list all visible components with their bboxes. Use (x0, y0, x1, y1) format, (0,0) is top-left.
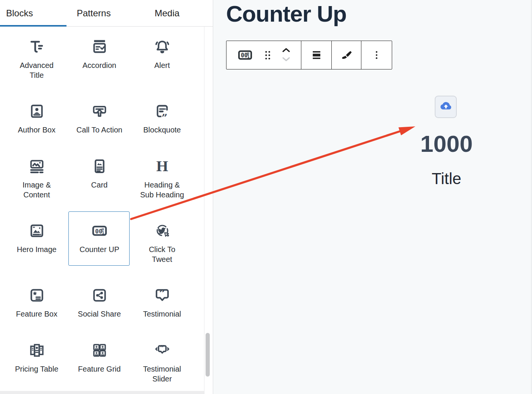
card-icon (91, 158, 108, 175)
testimonial-slider-icon: ” (154, 342, 171, 359)
block-item-label: Hero Image (17, 244, 57, 254)
counter-block-icon[interactable]: 00u1 (237, 47, 253, 63)
block-item-click-to-tweet[interactable]: Click To Tweet (131, 216, 193, 281)
blockquote-icon: „ (154, 102, 171, 120)
block-item-label: Pricing Table (15, 364, 58, 374)
author-box-icon (28, 102, 46, 120)
pricing-table-icon (28, 342, 46, 359)
block-item-alert[interactable]: Alert (131, 32, 193, 97)
move-up-icon[interactable] (282, 47, 291, 54)
block-item-accordion[interactable]: Accordion (68, 32, 131, 97)
active-tab-underline (0, 25, 66, 27)
click-to-tweet-icon (154, 222, 171, 240)
page-title: Counter Up (226, 2, 347, 27)
call-to-action-icon (91, 102, 108, 120)
block-item-testimonial-slider[interactable]: ” Testimonial Slider (131, 336, 193, 394)
block-mover (282, 47, 291, 63)
block-item-heading-subheading[interactable]: H Heading & Sub Heading (131, 152, 193, 216)
svg-text:„: „ (162, 106, 167, 118)
block-item-social-share[interactable]: Social Share (68, 281, 131, 336)
selected-block-outline (68, 211, 130, 266)
options-menu-icon[interactable] (371, 49, 382, 61)
drag-handle-icon[interactable] (264, 50, 271, 60)
app-window: Blocks Patterns Media Advanced Title Acc… (0, 0, 532, 394)
block-inserter-panel: Blocks Patterns Media Advanced Title Acc… (0, 0, 213, 394)
toolbar-group-main: 00u1 (226, 41, 301, 69)
block-item-pricing-table[interactable]: Pricing Table (5, 336, 68, 394)
svg-text:H: H (156, 158, 168, 175)
svg-text:”: ” (159, 287, 165, 300)
image-content-icon (28, 158, 46, 175)
block-toolbar: 00u1 (226, 41, 392, 69)
toolbar-group-align (301, 41, 332, 69)
block-item-label: Advanced Title (20, 60, 54, 80)
block-item-hero-image[interactable]: Hero Image (5, 216, 68, 281)
block-item-label: Accordion (82, 60, 116, 70)
counter-number-text[interactable]: 1000 (390, 132, 504, 156)
advanced-title-icon (28, 38, 46, 55)
block-item-feature-grid[interactable]: Feature Grid (68, 336, 131, 394)
block-item-label: Feature Box (16, 309, 57, 319)
svg-text:1: 1 (247, 54, 250, 59)
block-item-label: Testimonial (143, 309, 181, 319)
feature-box-icon (28, 287, 46, 304)
block-item-testimonial[interactable]: ” Testimonial (131, 281, 193, 336)
heading-icon: H (154, 158, 171, 175)
block-item-author-box[interactable]: Author Box (5, 97, 68, 152)
inserter-tab-bar: Blocks Patterns Media (0, 0, 213, 27)
feature-grid-icon (91, 342, 108, 359)
counter-title-text[interactable]: Title (390, 171, 504, 187)
paintbrush-icon[interactable] (340, 48, 353, 62)
editor-canvas: Counter Up 00u1 (213, 0, 532, 394)
tab-blocks[interactable]: Blocks (6, 0, 33, 26)
block-item-label: Heading & Sub Heading (140, 180, 184, 200)
block-item-call-to-action[interactable]: Call To Action (68, 97, 131, 152)
block-item-image-content[interactable]: Image & Content (5, 152, 68, 216)
testimonial-icon: ” (154, 287, 171, 304)
block-item-label: Social Share (78, 309, 121, 319)
block-item-label: Author Box (18, 125, 55, 135)
move-down-icon[interactable] (282, 57, 291, 63)
counter-icon-upload-button[interactable] (435, 96, 457, 118)
block-item-label: Card (91, 180, 108, 190)
block-list-area: Advanced Title Accordion Alert (0, 27, 213, 394)
block-item-label: Image & Content (22, 180, 51, 200)
block-item-label: Testimonial Slider (143, 364, 181, 384)
block-item-label: Click To Tweet (149, 244, 176, 264)
block-item-label: Blockquote (143, 125, 181, 135)
social-share-icon (91, 287, 108, 304)
sidebar-scrollbar[interactable] (206, 333, 210, 377)
cloud-upload-icon (440, 101, 452, 113)
toolbar-group-styles (332, 41, 361, 69)
block-item-feature-box[interactable]: Feature Box (5, 281, 68, 336)
block-item-blockquote[interactable]: „ Blockquote (131, 97, 193, 152)
alert-icon (154, 38, 171, 55)
tab-media[interactable]: Media (155, 0, 179, 26)
block-item-card[interactable]: Card (68, 152, 131, 216)
alignment-icon[interactable] (310, 49, 323, 61)
panel-divider (204, 27, 204, 394)
block-item-label: Feature Grid (78, 364, 120, 374)
horizontal-scroll-track (0, 391, 204, 394)
svg-text:”: ” (160, 344, 165, 353)
block-item-advanced-title[interactable]: Advanced Title (5, 32, 68, 97)
hero-image-icon (28, 222, 46, 240)
toolbar-group-options (361, 41, 392, 69)
block-item-label: Alert (154, 60, 170, 70)
tab-patterns[interactable]: Patterns (77, 0, 111, 26)
accordion-icon (91, 38, 108, 55)
block-item-label: Call To Action (76, 125, 122, 135)
